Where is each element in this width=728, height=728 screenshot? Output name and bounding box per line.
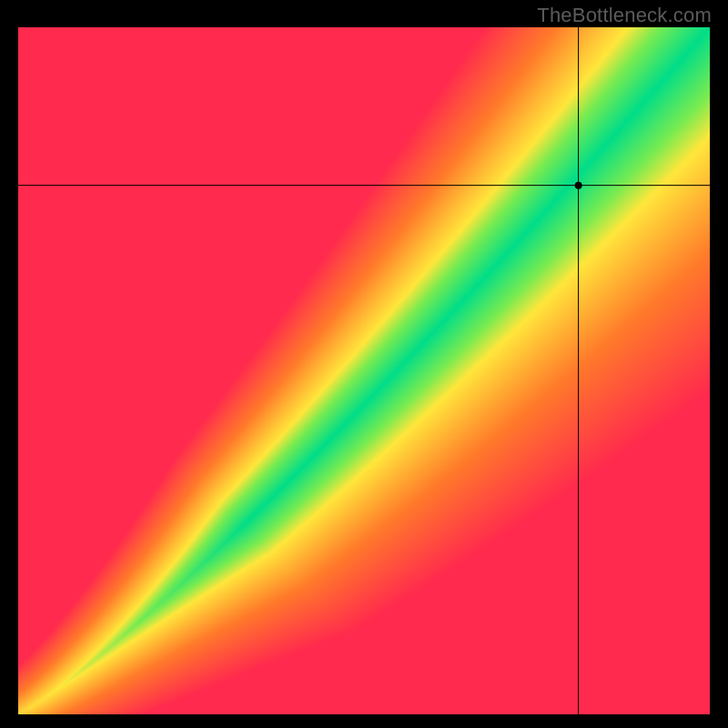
plot-area (18, 27, 710, 714)
watermark-text: TheBottleneck.com (537, 4, 712, 27)
chart-container: TheBottleneck.com (0, 0, 728, 728)
overlay-svg (18, 27, 710, 714)
crosshair-point (575, 182, 582, 189)
